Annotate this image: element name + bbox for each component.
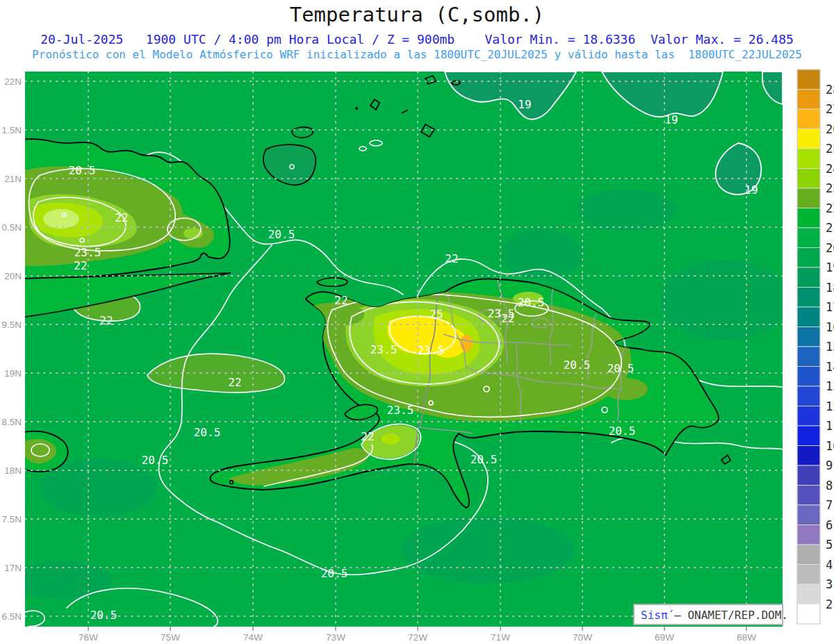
lon-tick-label: 68W (737, 632, 756, 643)
subtitle-datetime: 20-Jul-2025 1900 UTC / 4:00 pm Hora Loca… (40, 32, 794, 47)
colorbar-segment (797, 505, 820, 525)
tortue-island (317, 278, 348, 286)
lon-tick-label: 75W (161, 632, 180, 643)
weather-map-figure: Temperatura (C,somb.) 20-Jul-2025 1900 U… (0, 0, 834, 644)
lat-tick-label: 19N (4, 368, 22, 379)
colorbar-segment (797, 149, 820, 169)
lat-tick-label: 0.5N (1, 222, 22, 233)
contour-label: 20.5 (268, 228, 295, 241)
contour-label: 20.5 (194, 426, 221, 439)
colorbar-segment (797, 248, 820, 268)
contour-label: 20.5 (518, 296, 545, 309)
colorbar-segment (797, 169, 820, 189)
lat-tick-label: 21N (4, 174, 22, 184)
little-inagua-island (292, 127, 313, 138)
colorbar-tick-label: 8 (826, 479, 833, 493)
colorbar-segment (797, 228, 820, 248)
colorbar-segment (797, 446, 820, 466)
colorbar-segment (797, 367, 820, 387)
colorbar-tick-label: 12 (826, 399, 834, 413)
colorbar-segment (797, 347, 820, 367)
colorbar-segment (797, 129, 820, 149)
contour-label: 19 (518, 98, 531, 111)
colorbar-tick-label: 3 (826, 577, 833, 591)
lat-tick-label: 22N (4, 76, 22, 87)
contour-label: 22 (99, 314, 113, 327)
contour-label: 20.5 (69, 164, 96, 177)
weather-forecast-page: Temperatura (C,somb.) 20-Jul-2025 1900 U… (0, 0, 834, 644)
colorbar-tick-label: 21 (826, 221, 834, 235)
lat-tick-label: 1.5N (1, 125, 22, 135)
page-title: Temperatura (C,somb.) (290, 3, 545, 26)
contour-label: 20.5 (564, 358, 591, 372)
watermark: Sisπ́ – ONAMET/REP.DOM. (634, 604, 788, 625)
colorbar-segment (797, 208, 820, 229)
colorbar-tick-label: 23 (826, 181, 834, 195)
lat-tick-label: 17N (4, 563, 22, 573)
colorbar-segment (797, 90, 820, 110)
colorbar-tick-label: 11 (826, 419, 834, 433)
colorbar-tick-label: 6 (826, 518, 833, 532)
colorbar-tick-label: 26 (826, 122, 834, 136)
contour-label: 20.5 (90, 609, 117, 622)
colorbar-segment (797, 426, 820, 446)
colorbar-tick-label: 20 (826, 241, 834, 255)
contour-label: 23.5 (370, 343, 398, 356)
colorbar-tick-label: 18 (826, 281, 834, 295)
colorbar-legend: 2827262524232221201918171615141312111098… (797, 69, 834, 624)
lon-tick-label: 71W (491, 632, 510, 643)
colorbar-tick-label: 16 (826, 320, 834, 334)
lat-tick-label: 8.5N (1, 417, 22, 427)
lon-tick-label: 74W (243, 632, 263, 643)
colorbar-tick-label: 24 (826, 162, 834, 176)
subtitle-model-info: Pronóstico con el Modelo Atmósferico WRF… (32, 48, 802, 61)
colorbar-tick-label: 28 (826, 83, 834, 97)
colorbar-tick-label: 13 (826, 379, 834, 393)
contour-label: 19 (744, 183, 758, 197)
colorbar-tick-label: 7 (826, 498, 833, 512)
lat-tick-label: 20N (4, 271, 22, 281)
contour-label: 23.5 (387, 404, 414, 417)
lon-tick-label: 72W (408, 632, 427, 643)
contour-label: 20.5 (321, 567, 348, 580)
contour-label: 22 (228, 376, 241, 389)
colorbar-tick-label: 9 (826, 459, 833, 472)
contour-label: 25 (430, 308, 443, 321)
colorbar-segment (797, 525, 820, 545)
contour-label: 22 (334, 294, 348, 307)
colorbar-segment (797, 188, 820, 208)
lat-tick-label: 18N (4, 465, 22, 476)
colorbar-segment (797, 545, 820, 565)
colorbar-tick-label: 15 (826, 340, 834, 354)
colorbar-segment (797, 406, 820, 427)
colorbar-tick-label: 22 (826, 201, 834, 215)
watermark-org: – ONAMET/REP.DOM. (668, 609, 788, 622)
colorbar-segment (797, 327, 820, 347)
contour-label: 23.5 (74, 246, 101, 259)
contour-label: 22 (115, 211, 128, 224)
colorbar-tick-label: 19 (826, 261, 834, 274)
colorbar-segment (797, 69, 820, 90)
lon-tick-label: 69W (655, 632, 674, 643)
contour-label: 20.5 (142, 454, 169, 467)
map-area: 19191920.520.520.520.520.520.520.520.520… (14, 72, 788, 627)
svg-text:Sisπ́ – ONAMET/REP.DOM.: Sisπ́ – ONAMET/REP.DOM. (641, 609, 788, 622)
colorbar-tick-label: 27 (826, 102, 834, 116)
colorbar-tick-label: 25 (826, 142, 834, 156)
contour-label: 22 (445, 252, 458, 265)
colorbar-segment (797, 465, 820, 486)
colorbar-segment (797, 109, 820, 129)
contour-label: 22 (361, 430, 374, 443)
lat-tick-label: 6.5N (1, 611, 22, 622)
colorbar-tick-label: 2 (826, 597, 833, 611)
lon-tick-label: 70W (573, 632, 592, 643)
colorbar-segment (797, 486, 820, 506)
lon-tick-label: 76W (79, 632, 98, 643)
colorbar-tick-label: 5 (826, 538, 833, 552)
lon-tick-label: 73W (326, 632, 345, 643)
contour-label: 22 (74, 259, 87, 272)
colorbar-segment (797, 386, 820, 406)
contour-label: 20.5 (471, 453, 498, 466)
contour-label: 23.5 (418, 344, 445, 357)
contour-label: 19 (664, 113, 678, 126)
